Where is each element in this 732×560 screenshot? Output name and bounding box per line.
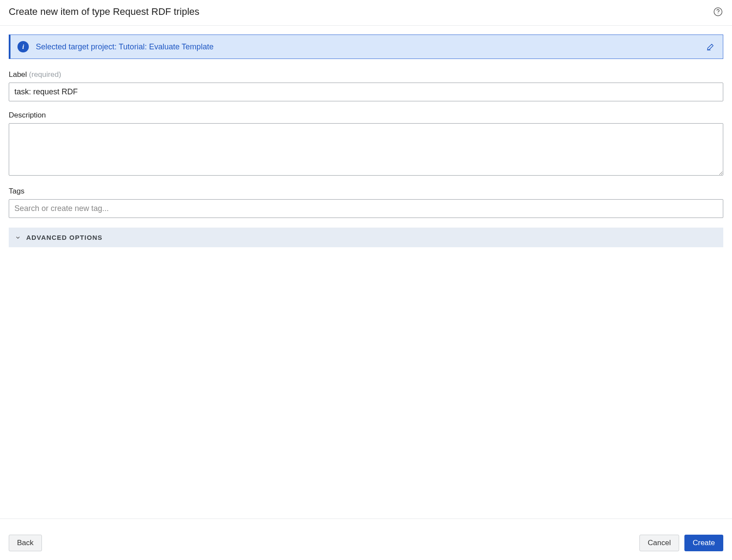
- tags-field-group: Tags: [9, 187, 723, 218]
- edit-target-project-button[interactable]: [705, 41, 716, 52]
- label-text: Label: [9, 70, 27, 79]
- description-field-group: Description: [9, 111, 723, 177]
- footer: Back Cancel Create: [0, 519, 732, 560]
- advanced-options-toggle[interactable]: Advanced Options: [9, 228, 723, 247]
- page-header: Create new item of type Request RDF trip…: [0, 0, 732, 26]
- create-button[interactable]: Create: [684, 535, 723, 551]
- tags-input[interactable]: [9, 199, 723, 218]
- description-label: Description: [9, 111, 723, 120]
- label-required-hint: (required): [29, 70, 61, 79]
- tags-label: Tags: [9, 187, 723, 196]
- chevron-down-icon: [15, 235, 21, 241]
- back-button[interactable]: Back: [9, 535, 42, 551]
- info-icon: i: [17, 41, 29, 52]
- svg-point-1: [718, 14, 718, 14]
- target-project-text: Selected target project: Tutorial: Evalu…: [36, 42, 705, 52]
- description-input[interactable]: [9, 123, 723, 176]
- target-project-banner: i Selected target project: Tutorial: Eva…: [9, 35, 723, 59]
- label-field-label: Label (required): [9, 70, 723, 79]
- label-field-group: Label (required): [9, 70, 723, 101]
- advanced-options-label: Advanced Options: [26, 234, 103, 241]
- label-input[interactable]: [9, 83, 723, 101]
- page-title: Create new item of type Request RDF trip…: [9, 6, 200, 17]
- cancel-button[interactable]: Cancel: [639, 535, 679, 551]
- help-icon[interactable]: [713, 7, 723, 17]
